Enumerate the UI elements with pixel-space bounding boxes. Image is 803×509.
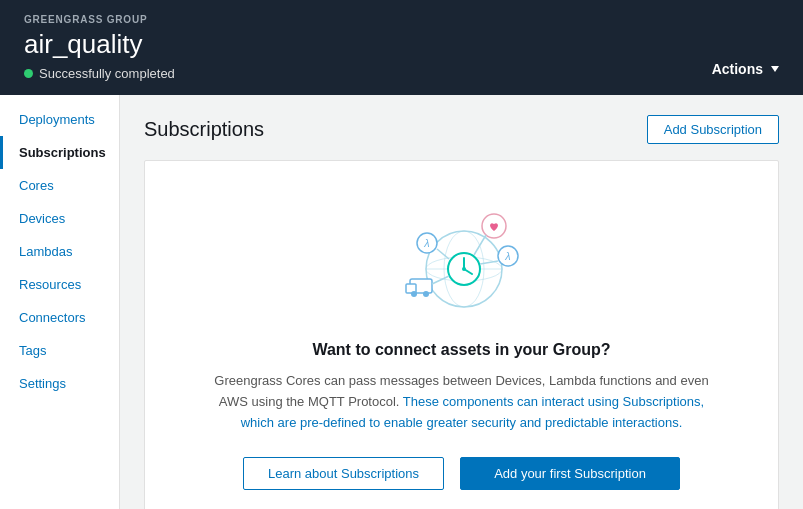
page-title: air_quality bbox=[24, 29, 175, 60]
status-dot-icon bbox=[24, 69, 33, 78]
empty-state-box: λ λ bbox=[144, 160, 779, 509]
svg-point-7 bbox=[462, 267, 466, 271]
actions-label: Actions bbox=[712, 61, 763, 77]
header-left: GREENGRASS GROUP air_quality Successfull… bbox=[24, 14, 175, 81]
svg-text:λ: λ bbox=[423, 237, 429, 249]
chevron-down-icon bbox=[771, 66, 779, 72]
sidebar-item-tags[interactable]: Tags bbox=[0, 334, 119, 367]
sidebar: Deployments Subscriptions Cores Devices … bbox=[0, 95, 120, 509]
empty-state-actions: Learn about Subscriptions Add your first… bbox=[243, 457, 680, 490]
sidebar-item-cores[interactable]: Cores bbox=[0, 169, 119, 202]
empty-state-heading: Want to connect assets in your Group? bbox=[312, 341, 610, 359]
svg-line-10 bbox=[437, 249, 449, 259]
svg-point-18 bbox=[411, 291, 417, 297]
add-first-subscription-button[interactable]: Add your first Subscription bbox=[460, 457, 680, 490]
add-subscription-button[interactable]: Add Subscription bbox=[647, 115, 779, 144]
main-layout: Deployments Subscriptions Cores Devices … bbox=[0, 95, 803, 509]
empty-state-description: Greengrass Cores can pass messages betwe… bbox=[202, 371, 722, 433]
content-header: Subscriptions Add Subscription bbox=[144, 115, 779, 144]
content-area: Subscriptions Add Subscription bbox=[120, 95, 803, 509]
sidebar-item-lambdas[interactable]: Lambdas bbox=[0, 235, 119, 268]
svg-point-19 bbox=[423, 291, 429, 297]
sidebar-item-resources[interactable]: Resources bbox=[0, 268, 119, 301]
content-title: Subscriptions bbox=[144, 118, 264, 141]
header: GREENGRASS GROUP air_quality Successfull… bbox=[0, 0, 803, 95]
group-label: GREENGRASS GROUP bbox=[24, 14, 175, 25]
sidebar-item-devices[interactable]: Devices bbox=[0, 202, 119, 235]
learn-subscriptions-button[interactable]: Learn about Subscriptions bbox=[243, 457, 444, 490]
sidebar-item-settings[interactable]: Settings bbox=[0, 367, 119, 400]
actions-button[interactable]: Actions bbox=[712, 61, 779, 81]
status-bar: Successfully completed bbox=[24, 66, 175, 81]
sidebar-item-deployments[interactable]: Deployments bbox=[0, 103, 119, 136]
status-text: Successfully completed bbox=[39, 66, 175, 81]
svg-text:λ: λ bbox=[504, 250, 510, 262]
illustration: λ λ bbox=[382, 201, 542, 321]
sidebar-item-subscriptions[interactable]: Subscriptions bbox=[0, 136, 119, 169]
sidebar-item-connectors[interactable]: Connectors bbox=[0, 301, 119, 334]
